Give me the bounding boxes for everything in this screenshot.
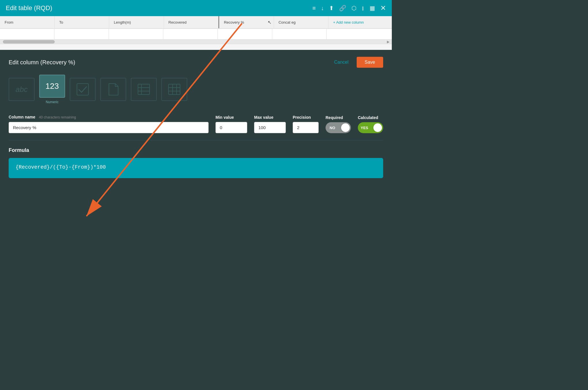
col-header-recovery[interactable]: Recovery % ↖ bbox=[218, 16, 274, 28]
close-icon[interactable]: ✕ bbox=[380, 4, 386, 12]
list-type-box bbox=[131, 78, 157, 101]
document-svg bbox=[108, 83, 119, 96]
cell-recovery[interactable] bbox=[218, 29, 272, 39]
min-value-label: Min value bbox=[215, 115, 247, 120]
formula-box[interactable]: {Recovered}/({To}-{From})*100 bbox=[9, 158, 383, 178]
document-type-icon[interactable] bbox=[100, 78, 126, 101]
column-name-group: Column name 40 characters remaining bbox=[9, 114, 209, 133]
formula-section: Formula {Recovered}/({To}-{From})*100 bbox=[9, 147, 383, 185]
document-type-box bbox=[100, 78, 126, 101]
column-name-input[interactable] bbox=[9, 122, 209, 133]
list-type-icon[interactable] bbox=[131, 78, 157, 101]
text-type-label: abc bbox=[16, 85, 28, 94]
page-title: Edit table (RQD) bbox=[6, 4, 52, 12]
spacer bbox=[0, 44, 392, 50]
numeric-type-icon[interactable]: 123 Numeric bbox=[39, 75, 65, 104]
precision-label: Precision bbox=[293, 115, 319, 120]
grid-svg bbox=[168, 84, 181, 95]
column-cursor: ↖ bbox=[268, 20, 271, 25]
svg-rect-1 bbox=[138, 84, 150, 95]
edit-column-title: Edit column (Recovery %) bbox=[9, 59, 75, 66]
cell-to[interactable] bbox=[54, 29, 109, 39]
header-actions: ≡ ↓ ⬆ 🔗 ⬡ ⫿ ▦ ✕ bbox=[312, 4, 386, 12]
cell-concat[interactable] bbox=[272, 29, 327, 39]
text-type-box: abc bbox=[9, 78, 35, 101]
boolean-svg bbox=[76, 83, 89, 96]
layers-icon[interactable]: ⬡ bbox=[351, 5, 356, 12]
edit-column-header: Edit column (Recovery %) Cancel Save bbox=[9, 57, 383, 68]
grid-type-box bbox=[161, 78, 187, 101]
required-no-label: NO bbox=[330, 126, 335, 130]
required-toggle[interactable]: NO bbox=[326, 122, 351, 133]
precision-input[interactable] bbox=[293, 122, 319, 133]
column-name-sublabel: 40 characters remaining bbox=[39, 115, 76, 119]
max-value-input[interactable] bbox=[254, 122, 286, 133]
section-divider bbox=[9, 140, 383, 140]
cancel-button[interactable]: Cancel bbox=[330, 57, 353, 67]
max-value-group: Max value bbox=[254, 115, 286, 133]
form-fields-row: Column name 40 characters remaining Min … bbox=[9, 114, 383, 133]
column-name-label: Column name bbox=[9, 115, 35, 119]
table-icon[interactable]: ▦ bbox=[370, 5, 375, 12]
col-header-from[interactable]: From bbox=[0, 16, 55, 28]
precision-group: Precision bbox=[293, 115, 319, 133]
add-column-button[interactable]: + Add new column bbox=[328, 16, 392, 28]
calculated-label: Calculated bbox=[358, 115, 378, 120]
scroll-right-arrow: ▶ bbox=[387, 40, 390, 44]
numeric-type-text: Numeric bbox=[46, 100, 59, 104]
calculated-toggle[interactable]: YES bbox=[358, 122, 383, 133]
type-icons-row: abc 123 Numeric bbox=[9, 75, 383, 104]
edit-column-panel: Edit column (Recovery %) Cancel Save abc… bbox=[0, 50, 392, 192]
scroll-thumb[interactable] bbox=[3, 40, 55, 44]
table-header-row: From To Length(m) Recovered Recovery % ↖… bbox=[0, 16, 392, 29]
columns-icon[interactable]: ⫿ bbox=[362, 5, 364, 12]
required-label: Required bbox=[326, 115, 343, 120]
text-type-icon[interactable]: abc bbox=[9, 78, 35, 101]
edit-column-actions: Cancel Save bbox=[330, 57, 383, 68]
menu-icon[interactable]: ≡ bbox=[312, 5, 316, 12]
numeric-type-number: 123 bbox=[46, 82, 59, 91]
list-svg bbox=[137, 84, 150, 95]
boolean-type-box bbox=[70, 78, 96, 101]
required-toggle-knob bbox=[341, 123, 350, 132]
column-name-label-row: Column name 40 characters remaining bbox=[9, 114, 209, 120]
cell-from[interactable] bbox=[0, 29, 54, 39]
table-area: From To Length(m) Recovered Recovery % ↖… bbox=[0, 16, 392, 44]
horizontal-scrollbar[interactable]: ▶ bbox=[0, 39, 392, 44]
calculated-yes-label: YES bbox=[361, 126, 368, 130]
top-header: Edit table (RQD) ≡ ↓ ⬆ 🔗 ⬡ ⫿ ▦ ✕ bbox=[0, 0, 392, 16]
required-toggle-group: Required NO bbox=[326, 115, 351, 133]
calculated-toggle-knob bbox=[373, 123, 382, 132]
formula-title: Formula bbox=[9, 147, 383, 153]
grid-type-icon[interactable] bbox=[161, 78, 187, 101]
save-button[interactable]: Save bbox=[357, 57, 383, 68]
table-data-row bbox=[0, 29, 392, 39]
download-icon[interactable]: ↓ bbox=[321, 5, 324, 12]
cell-length[interactable] bbox=[109, 29, 163, 39]
min-value-input[interactable] bbox=[215, 122, 247, 133]
numeric-type-box: 123 bbox=[39, 75, 65, 98]
boolean-type-icon[interactable] bbox=[70, 78, 96, 101]
upload-icon[interactable]: ⬆ bbox=[329, 5, 334, 12]
cell-recovered[interactable] bbox=[163, 29, 218, 39]
svg-rect-5 bbox=[169, 84, 180, 95]
link-icon[interactable]: 🔗 bbox=[339, 5, 346, 12]
col-header-length[interactable]: Length(m) bbox=[109, 16, 164, 28]
col-header-to[interactable]: To bbox=[55, 16, 109, 28]
calculated-toggle-group: Calculated YES bbox=[358, 115, 383, 133]
max-value-label: Max value bbox=[254, 115, 286, 120]
col-header-recovered[interactable]: Recovered bbox=[164, 16, 219, 28]
min-value-group: Min value bbox=[215, 115, 247, 133]
cell-add bbox=[327, 29, 392, 39]
col-header-concat[interactable]: Concat eg bbox=[274, 16, 329, 28]
